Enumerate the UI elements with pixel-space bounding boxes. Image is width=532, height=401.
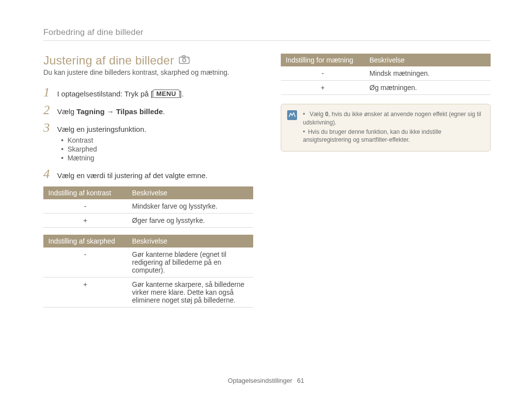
table-cell-desc: Øger farve og lysstyrke. bbox=[127, 214, 253, 228]
list-item: Skarphed bbox=[61, 145, 253, 153]
step-1: 1 I optagelsestilstand: Tryk på [MENU]. bbox=[43, 86, 253, 99]
step-text: Vælg Tagning → Tilpas billede. bbox=[57, 107, 165, 116]
table-row: - Mindsk mætningen. bbox=[281, 66, 491, 81]
step-text: Vælg en værdi til justering af det valgt… bbox=[57, 171, 207, 180]
svg-rect-1 bbox=[182, 56, 185, 58]
column-left: Justering af dine billeder P Du kan just… bbox=[43, 54, 253, 314]
table-cell-symbol: + bbox=[43, 278, 127, 308]
page-number: 61 bbox=[297, 377, 304, 384]
step-text: I optagelsestilstand: Tryk på [MENU]. bbox=[57, 90, 184, 98]
note-box: Vælg 0, hvis du ikke ønsker at anvende n… bbox=[281, 104, 491, 152]
table-header: Beskrivelse bbox=[365, 54, 491, 66]
footer-section: Optagelsesindstillinger bbox=[228, 377, 293, 384]
table-row: + Øg mætningen. bbox=[281, 81, 491, 95]
table-cell-symbol: - bbox=[43, 199, 127, 214]
camera-icon: P bbox=[179, 55, 190, 66]
page-footer: Optagelsesindstillinger 61 bbox=[0, 377, 532, 384]
step-3-sublist: Kontrast Skarphed Mætning bbox=[61, 136, 253, 162]
step-text-pre: I optagelsestilstand: Tryk på [ bbox=[57, 90, 153, 98]
table-cell-desc: Mindsk mætningen. bbox=[365, 66, 491, 81]
saturation-table: Indstilling for mætning Beskrivelse - Mi… bbox=[281, 54, 491, 95]
table-header-row: Indstilling for mætning Beskrivelse bbox=[281, 54, 491, 66]
note-list: Vælg 0, hvis du ikke ønsker at anvende n… bbox=[303, 109, 483, 145]
breadcrumb: Forbedring af dine billeder bbox=[43, 28, 491, 37]
step-text-post: ]. bbox=[180, 90, 184, 98]
step-3: 3 Vælg en justeringsfunktion. bbox=[43, 122, 253, 134]
note-text-bold: 0 bbox=[325, 111, 329, 118]
sharpness-table: Indstilling af skarphed Beskrivelse - Gø… bbox=[43, 235, 253, 308]
list-item: Mætning bbox=[61, 154, 253, 162]
menu-button-label: MENU bbox=[153, 90, 179, 98]
manual-page: Forbedring af dine billeder Justering af… bbox=[0, 0, 532, 401]
divider bbox=[43, 40, 491, 41]
table-cell-desc: Gør kanterne blødere (egnet til redigeri… bbox=[127, 247, 253, 278]
step-text-pre: Vælg bbox=[57, 107, 76, 116]
svg-text:P: P bbox=[188, 57, 190, 60]
intro-text: Du kan justere dine billeders kontrast, … bbox=[43, 68, 253, 76]
step-number: 2 bbox=[43, 104, 52, 117]
table-row: - Gør kanterne blødere (egnet til redige… bbox=[43, 247, 253, 278]
table-cell-desc: Mindsker farve og lysstyrke. bbox=[127, 199, 253, 214]
step-number: 1 bbox=[43, 86, 52, 99]
note-icon bbox=[287, 110, 297, 120]
step-text-bold: Tagning → Tilpas billede bbox=[76, 107, 163, 116]
table-header: Beskrivelse bbox=[127, 186, 253, 199]
table-header-row: Indstilling af kontrast Beskrivelse bbox=[43, 186, 253, 199]
table-header: Indstilling af kontrast bbox=[43, 186, 127, 199]
table-header-row: Indstilling af skarphed Beskrivelse bbox=[43, 235, 253, 247]
column-right: Indstilling for mætning Beskrivelse - Mi… bbox=[281, 54, 491, 314]
table-header: Beskrivelse bbox=[127, 235, 253, 247]
step-4: 4 Vælg en værdi til justering af det val… bbox=[43, 168, 253, 181]
note-text-post: , hvis du ikke ønsker at anvende nogen e… bbox=[303, 111, 481, 126]
step-2: 2 Vælg Tagning → Tilpas billede. bbox=[43, 104, 253, 117]
note-text-pre: Vælg bbox=[310, 111, 325, 118]
table-header: Indstilling for mætning bbox=[281, 54, 365, 66]
step-number: 4 bbox=[43, 168, 52, 181]
step-text: Vælg en justeringsfunktion. bbox=[57, 125, 146, 133]
step-number: 3 bbox=[43, 122, 52, 134]
svg-point-2 bbox=[183, 59, 186, 62]
note-item: Vælg 0, hvis du ikke ønsker at anvende n… bbox=[303, 110, 483, 127]
table-cell-symbol: - bbox=[43, 247, 127, 278]
step-text-post: . bbox=[163, 107, 165, 116]
table-row: - Mindsker farve og lysstyrke. bbox=[43, 199, 253, 214]
table-row: + Øger farve og lysstyrke. bbox=[43, 214, 253, 228]
table-row: + Gør kanterne skarpere, så billederne v… bbox=[43, 278, 253, 308]
table-cell-symbol: - bbox=[281, 66, 365, 81]
table-cell-desc: Gør kanterne skarpere, så billederne vir… bbox=[127, 278, 253, 308]
table-cell-symbol: + bbox=[43, 214, 127, 228]
note-item: Hvis du bruger denne funktion, kan du ik… bbox=[303, 128, 483, 145]
table-header: Indstilling af skarphed bbox=[43, 235, 127, 247]
contrast-table: Indstilling af kontrast Beskrivelse - Mi… bbox=[43, 186, 253, 228]
page-title: Justering af dine billeder bbox=[43, 54, 174, 67]
table-cell-desc: Øg mætningen. bbox=[365, 81, 491, 95]
table-cell-symbol: + bbox=[281, 81, 365, 95]
list-item: Kontrast bbox=[61, 136, 253, 144]
two-column-layout: Justering af dine billeder P Du kan just… bbox=[43, 54, 491, 314]
heading-row: Justering af dine billeder P bbox=[43, 54, 253, 67]
